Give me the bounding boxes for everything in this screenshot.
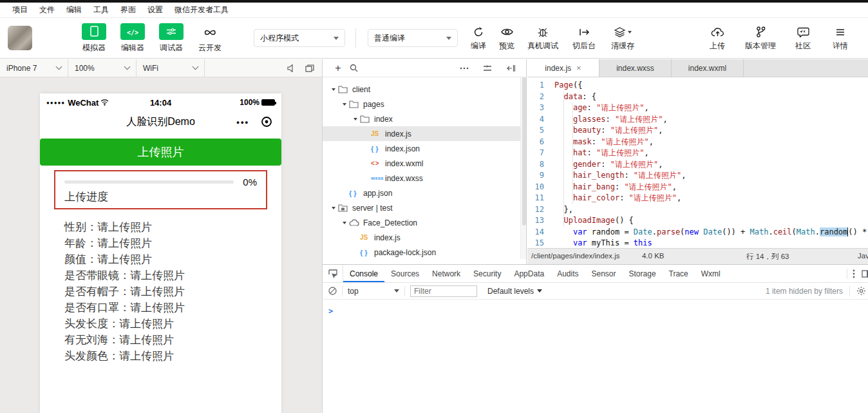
scrollbar-thumb[interactable] [522, 77, 526, 226]
community-button[interactable]: 社区 [784, 25, 822, 52]
details-button[interactable]: 详情 [822, 25, 859, 52]
menu-item-2[interactable]: 编辑 [61, 5, 88, 15]
network-select[interactable]: WiFi [137, 59, 205, 77]
editor-tab-index-wxml[interactable]: index.wxml [672, 59, 744, 77]
cloud-dev-label: 云开发 [198, 43, 222, 53]
editor-tab-index-js[interactable]: index.js× [527, 59, 599, 77]
debugger-tab-network[interactable]: Network [426, 265, 467, 282]
cloud-dev-icon [203, 27, 217, 35]
line-number: 1 [527, 80, 544, 91]
more-icon[interactable]: ••• [236, 117, 249, 127]
debugger-tab-wxml[interactable]: Wxml [695, 265, 727, 282]
line-number: 14 [527, 227, 544, 238]
debugger-button[interactable]: 调试器 [152, 23, 191, 53]
locate-file-icon[interactable] [480, 64, 495, 72]
json-file-icon: { } [360, 249, 374, 256]
tree-item-label: index.wxml [385, 159, 423, 168]
menu-item-6[interactable]: 微信开发者工具 [169, 5, 234, 15]
mode-select[interactable]: 小程序模式 [254, 29, 345, 47]
debugger-tab-console[interactable]: Console [343, 265, 384, 282]
caret-expanded-icon[interactable] [351, 118, 360, 120]
simulator-button[interactable]: 模拟器 [75, 23, 113, 53]
menu-item-3[interactable]: 工具 [88, 5, 115, 15]
tree-item-package-lock.json[interactable]: { }package-lock.json [323, 245, 526, 259]
kebab-menu-icon[interactable] [853, 269, 855, 278]
debugger-tab-audits[interactable]: Audits [551, 265, 585, 282]
caret-expanded-icon[interactable] [340, 222, 349, 224]
attribute-row-3: 是否带眼镜：请上传照片 [64, 267, 281, 283]
code-line-4: 4 glasses: "请上传照片", [527, 114, 868, 126]
editor-label: 编辑器 [121, 43, 144, 53]
debugger-tab-security[interactable]: Security [467, 265, 507, 282]
tree-item-app.json[interactable]: { }app.json [323, 186, 526, 200]
debugger-tab-appdata[interactable]: AppData [507, 265, 551, 282]
compile-mode-select[interactable]: 普通编译 [368, 29, 458, 47]
close-icon[interactable]: × [576, 63, 581, 73]
gear-icon[interactable] [856, 286, 868, 296]
remote-debug-button[interactable]: 真机调试 [521, 25, 565, 52]
phone-nav-bar: 人脸识别Demo ••• [40, 111, 281, 132]
chevron-down-icon [334, 37, 339, 40]
debugger-icon-box [159, 23, 184, 40]
caret-expanded-icon[interactable] [329, 207, 338, 209]
menu-item-4[interactable]: 界面 [115, 5, 142, 15]
folder-icon [349, 100, 363, 108]
switch-background-button[interactable]: 切后台 [565, 25, 603, 52]
tree-item-Face_Detection[interactable]: Face_Detection [323, 215, 526, 230]
debugger-tab-sensor[interactable]: Sensor [585, 265, 623, 282]
search-icon[interactable] [346, 64, 361, 72]
collapse-panel-icon[interactable] [503, 64, 518, 72]
context-select[interactable]: top [343, 287, 404, 296]
upload-button[interactable]: 上传 [698, 25, 737, 52]
more-icon[interactable] [457, 64, 472, 72]
scrollbar[interactable] [520, 77, 526, 259]
menu-item-0[interactable]: 项目 [6, 5, 33, 15]
upload-photo-button[interactable]: 上传照片 [40, 139, 281, 166]
debugger-tab-sources[interactable]: Sources [384, 265, 426, 282]
menu-item-5[interactable]: 设置 [142, 5, 169, 15]
compile-button[interactable]: 编译 [464, 25, 493, 52]
exit-target-icon[interactable] [261, 116, 272, 128]
console-output[interactable]: > [323, 300, 868, 316]
code-line-5: 5 beauty: "请上传照片", [527, 125, 868, 137]
log-levels-select[interactable]: Default levels [487, 287, 542, 296]
tree-item-index.json[interactable]: { }index.json [323, 141, 526, 156]
tree-item-index[interactable]: index [323, 111, 526, 126]
version-manage-button[interactable]: 版本管理 [737, 25, 784, 52]
menu-item-1[interactable]: 文件 [33, 5, 61, 15]
editor-button[interactable]: </>编辑器 [113, 23, 152, 53]
tree-item-pages[interactable]: pages [323, 97, 526, 111]
code-editor[interactable]: 1Page({2 data: {3 age: "请上传照片",4 glasses… [527, 77, 868, 248]
tree-item-index.js[interactable]: JSindex.js [323, 230, 526, 245]
tree-item-index.wxml[interactable]: <>index.wxml [323, 156, 526, 171]
caret-expanded-icon[interactable] [340, 103, 349, 106]
tree-item-index.js[interactable]: JSindex.js [323, 126, 526, 141]
avatar[interactable] [8, 26, 32, 50]
device-select[interactable]: iPhone 7 [0, 59, 68, 77]
detach-window-icon[interactable] [305, 64, 314, 72]
upload-label: 上传 [710, 41, 725, 52]
tree-item-client[interactable]: client [323, 82, 526, 97]
dock-side-icon[interactable] [862, 270, 868, 278]
cloud-dev-button[interactable]: 云开发 [191, 23, 229, 53]
sound-icon[interactable] [287, 64, 296, 72]
tree-item-index.wxss[interactable]: wxssindex.wxss [323, 171, 526, 186]
preview-button[interactable]: 预览 [493, 25, 521, 52]
clear-cache-button[interactable]: 清缓存 [603, 25, 642, 52]
zoom-select[interactable]: 100% [68, 59, 137, 77]
preview-icon-row [501, 25, 513, 39]
inspect-element-icon[interactable] [323, 265, 343, 282]
console-filter-input[interactable] [410, 285, 477, 297]
code-line-12: 12 }, [527, 204, 868, 216]
add-file-icon[interactable]: + [330, 62, 346, 74]
language-mode[interactable]: JavaScript [858, 252, 868, 260]
editor-tab-index-wxss[interactable]: index.wxss [599, 59, 672, 77]
console-prompt[interactable]: > [328, 307, 333, 316]
folder-lock-icon [338, 204, 352, 212]
debugger-tab-trace[interactable]: Trace [663, 265, 695, 282]
tree-item-server-test[interactable]: server | test [323, 200, 526, 215]
debugger-tab-storage[interactable]: Storage [623, 265, 663, 282]
code-line-6: 6 mask: "请上传照片", [527, 137, 868, 148]
caret-expanded-icon[interactable] [329, 88, 338, 91]
clear-console-icon[interactable] [323, 287, 342, 295]
